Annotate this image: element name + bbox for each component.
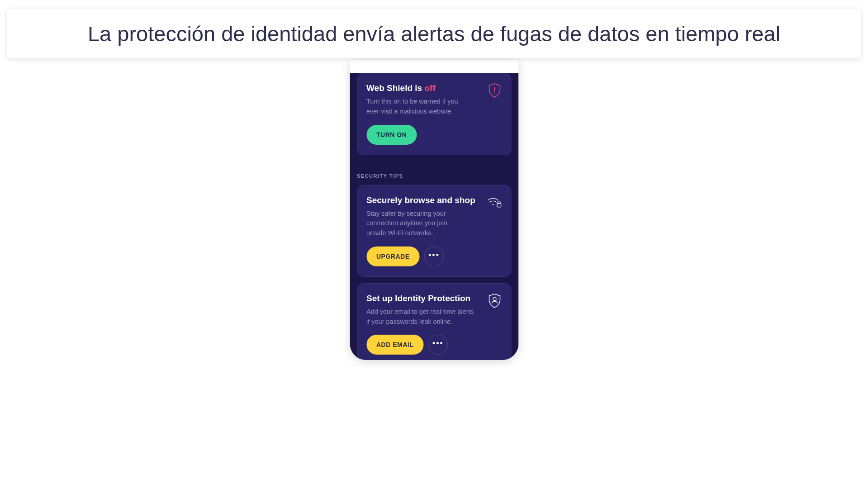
secure-browse-actions: UPGRADE ••• xyxy=(366,246,502,266)
web-shield-card: Web Shield is off Turn this on to be war… xyxy=(357,73,511,155)
identity-title: Set up Identity Protection xyxy=(366,294,502,303)
identity-more-button[interactable]: ••• xyxy=(428,335,448,355)
svg-point-1 xyxy=(494,92,495,93)
dots-icon: ••• xyxy=(428,251,440,259)
svg-point-2 xyxy=(492,204,493,205)
web-shield-title: Web Shield is off xyxy=(366,83,502,93)
secure-browse-card: Securely browse and shop Stay safer by s… xyxy=(357,185,511,277)
web-shield-title-prefix: Web Shield is xyxy=(366,83,424,93)
identity-description: Add your email to get real-time alerts i… xyxy=(366,307,475,327)
shield-user-icon xyxy=(487,293,502,309)
turn-on-button[interactable]: TURN ON xyxy=(366,125,417,145)
phone-screen: Web Shield is off Turn this on to be war… xyxy=(350,73,518,360)
svg-point-4 xyxy=(493,297,496,300)
page-title: La protección de identidad envía alertas… xyxy=(25,20,843,47)
secure-browse-more-button[interactable]: ••• xyxy=(424,246,444,266)
security-tips-label: SECURITY TIPS xyxy=(357,173,511,179)
identity-actions: ADD EMAIL ••• xyxy=(366,335,502,355)
secure-browse-description: Stay safer by securing your connection a… xyxy=(366,209,466,238)
dots-icon: ••• xyxy=(432,339,444,347)
svg-rect-3 xyxy=(497,203,501,207)
phone-frame: Web Shield is off Turn this on to be war… xyxy=(350,60,518,360)
upgrade-button[interactable]: UPGRADE xyxy=(366,246,420,266)
identity-protection-card: Set up Identity Protection Add your emai… xyxy=(357,283,511,360)
wifi-lock-icon xyxy=(487,194,502,211)
secure-browse-title: Securely browse and shop xyxy=(366,195,502,205)
add-email-button[interactable]: ADD EMAIL xyxy=(366,335,423,355)
shield-warning-icon xyxy=(487,82,502,99)
web-shield-status: off xyxy=(424,83,435,93)
web-shield-description: Turn this on to be warned if you ever vi… xyxy=(366,97,466,117)
header-banner: La protección de identidad envía alertas… xyxy=(7,9,861,58)
